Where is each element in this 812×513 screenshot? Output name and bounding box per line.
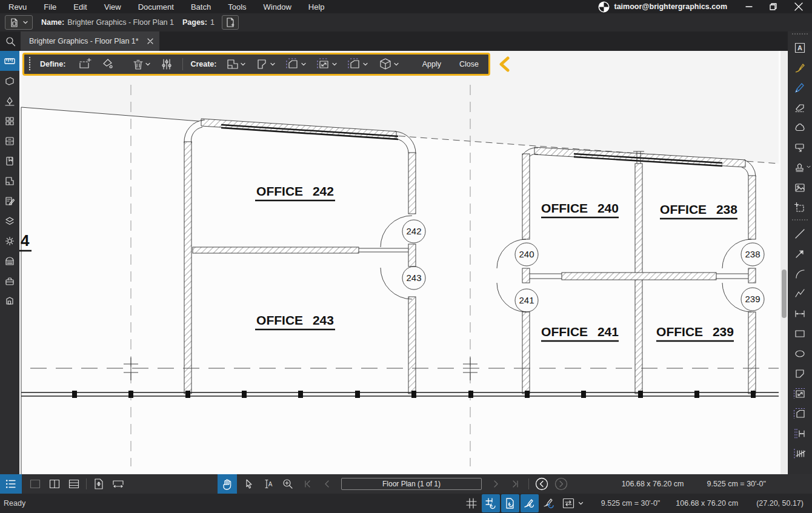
- eraser-tool-icon[interactable]: [788, 98, 812, 117]
- menu-window[interactable]: Window: [255, 0, 300, 13]
- zoom-tool-button[interactable]: [278, 474, 298, 494]
- page-indicator[interactable]: Floor Plan (1 of 1): [341, 478, 482, 490]
- image-tool-icon[interactable]: [788, 177, 812, 197]
- panel-measurements-ruler-icon[interactable]: [0, 51, 19, 71]
- define-label: Define:: [40, 60, 65, 68]
- pdf-canvas[interactable]: .wall{fill:url(#hatch);stroke:#2f2f2f;st…: [19, 51, 788, 474]
- document-tab-bar: Brighter Graphics - Floor Plan 1*: [0, 31, 812, 51]
- previous-view-button[interactable]: [532, 474, 551, 494]
- first-page-button[interactable]: [298, 474, 317, 494]
- room-label-238: OFFICE 238: [660, 202, 737, 216]
- fit-page-button[interactable]: [89, 474, 108, 494]
- format-paint-button[interactable]: [98, 56, 116, 73]
- count-measurement-tool-icon[interactable]: [788, 443, 812, 463]
- polygon-tool-icon[interactable]: [788, 363, 812, 383]
- add-space-button[interactable]: [75, 56, 95, 73]
- create-space-rectangle-button[interactable]: [224, 56, 248, 73]
- door-tag-238: 238: [745, 249, 760, 259]
- menu-help[interactable]: Help: [300, 0, 333, 13]
- arrow-tool-icon[interactable]: [788, 243, 812, 263]
- panel-properties-gear-icon[interactable]: [0, 231, 19, 251]
- menu-batch[interactable]: Batch: [182, 0, 219, 13]
- status-bar: Ready 9.525 cm = 30'-0" 106.68 x 76.20 c…: [0, 494, 812, 513]
- rectangle-tool-icon[interactable]: [788, 323, 812, 343]
- door-tag-241: 241: [519, 295, 534, 305]
- menu-bar: Revu File Edit View Document Batch Tools…: [0, 0, 812, 13]
- ellipse-tool-icon[interactable]: [788, 343, 812, 363]
- create-space-polygon-button[interactable]: [253, 56, 278, 73]
- file-menu-button[interactable]: [5, 15, 33, 30]
- insert-page-button[interactable]: [222, 15, 239, 30]
- single-pane-button[interactable]: [25, 474, 45, 494]
- text-box-tool-icon[interactable]: A: [788, 38, 812, 58]
- panel-studio-icon[interactable]: [0, 291, 19, 311]
- callout-tool-icon[interactable]: [788, 137, 812, 157]
- polyline-tool-icon[interactable]: [788, 283, 812, 303]
- cloud-tool-icon[interactable]: [788, 117, 812, 137]
- snap-to-grid-button[interactable]: [482, 494, 500, 512]
- length-measurement-tool-icon[interactable]: [788, 303, 812, 323]
- highlighter-tool-icon[interactable]: [788, 78, 812, 98]
- tab-close-icon[interactable]: [147, 38, 153, 44]
- panel-layers-icon[interactable]: [0, 211, 19, 231]
- menu-tools[interactable]: Tools: [219, 0, 255, 13]
- split-horizontal-button[interactable]: [64, 474, 84, 494]
- panel-toolbox-icon[interactable]: [0, 271, 19, 291]
- status-message: Ready: [4, 499, 25, 508]
- line-tool-icon[interactable]: [788, 223, 812, 243]
- markup-list-toggle-button[interactable]: [0, 474, 22, 494]
- snapshot-tool-icon[interactable]: [788, 197, 812, 217]
- panel-plotter-icon[interactable]: [0, 251, 19, 271]
- snap-to-content-button[interactable]: [501, 494, 519, 512]
- reuse-markup-tools-button[interactable]: [540, 494, 558, 512]
- split-vertical-button[interactable]: [45, 474, 64, 494]
- space-settings-button[interactable]: [158, 56, 175, 73]
- last-page-button[interactable]: [506, 474, 525, 494]
- snap-to-markup-button[interactable]: [521, 494, 539, 512]
- menu-file[interactable]: File: [35, 0, 65, 13]
- select-tool-button[interactable]: [239, 474, 259, 494]
- scale-readout: 9.525 cm = 30'-0": [707, 480, 766, 488]
- create-space-3d-button[interactable]: [376, 56, 402, 73]
- panel-bookmarks-icon[interactable]: [0, 151, 19, 171]
- cursor-coordinates-readout: (27.20, 50.17): [756, 499, 804, 508]
- arc-tool-icon[interactable]: [788, 263, 812, 283]
- next-view-button[interactable]: [551, 474, 571, 494]
- vertical-scrollbar[interactable]: [780, 51, 787, 474]
- select-text-tool-button[interactable]: A: [259, 474, 278, 494]
- next-page-button[interactable]: [487, 474, 506, 494]
- volume-measurement-tool-icon[interactable]: [788, 403, 812, 423]
- perimeter-measurement-tool-icon[interactable]: [788, 423, 812, 443]
- create-space-from-area-button[interactable]: [283, 56, 309, 73]
- menu-view[interactable]: View: [96, 0, 130, 13]
- pen-tool-icon[interactable]: [788, 58, 812, 78]
- fit-width-button[interactable]: [108, 474, 128, 494]
- menu-revu[interactable]: Revu: [0, 0, 35, 13]
- delete-space-button[interactable]: [130, 56, 153, 73]
- pan-tool-button[interactable]: [218, 474, 237, 494]
- apply-button[interactable]: Apply: [419, 60, 445, 68]
- toolbar-drag-handle[interactable]: [28, 56, 32, 72]
- grid-toggle-button[interactable]: [462, 494, 481, 512]
- close-toolbar-button[interactable]: Close: [456, 60, 482, 68]
- panel-markups-list-icon[interactable]: [0, 191, 19, 211]
- panel-pen-calibrate-icon[interactable]: [0, 91, 19, 111]
- create-space-from-polygon-measurement-button[interactable]: [345, 56, 371, 73]
- synchronize-views-button[interactable]: [559, 494, 587, 512]
- tab-brighter-graphics-floor-plan[interactable]: Brighter Graphics - Floor Plan 1*: [21, 31, 159, 51]
- area-measurement-tool-icon[interactable]: [788, 383, 812, 403]
- panel-file-access-icon[interactable]: [0, 131, 19, 151]
- account-menu[interactable]: taimoor@brightergraphics.com: [614, 2, 727, 11]
- panel-tag-icon[interactable]: [0, 71, 19, 91]
- panel-thumbnails-icon[interactable]: [0, 111, 19, 131]
- stamp-tool-icon[interactable]: [788, 157, 812, 177]
- create-space-from-rectangle-measurement-button[interactable]: [314, 56, 340, 73]
- panel-spaces-icon[interactable]: [0, 171, 19, 191]
- previous-page-button[interactable]: [317, 474, 336, 494]
- revu-logo-icon: [598, 1, 610, 13]
- menu-document[interactable]: Document: [130, 0, 182, 13]
- search-icon[interactable]: [0, 31, 21, 51]
- page-dimensions-readout: 106.68 x 76.20 cm: [622, 480, 684, 488]
- vertical-scrollbar-thumb[interactable]: [782, 270, 787, 318]
- menu-edit[interactable]: Edit: [65, 0, 95, 13]
